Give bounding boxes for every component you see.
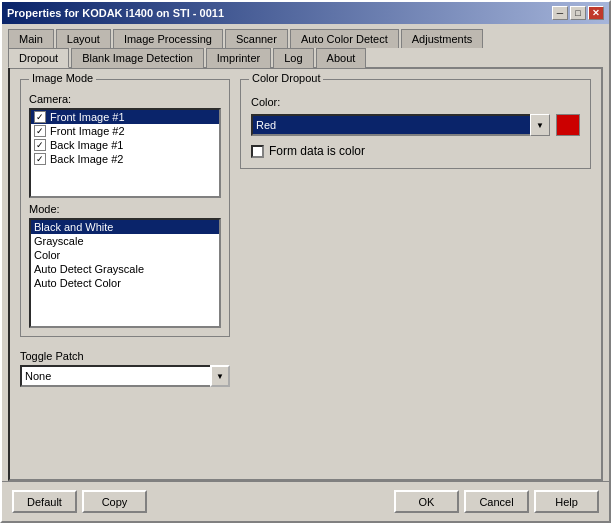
tab-auto-color-detect[interactable]: Auto Color Detect: [290, 29, 399, 48]
image-mode-group: Image Mode Camera: ✓ Front Image #1 ✓ Fr…: [20, 79, 230, 337]
mode-item-0[interactable]: Black and White: [31, 220, 219, 234]
mode-item-label-0: Black and White: [34, 221, 113, 233]
camera-label: Camera:: [29, 93, 221, 105]
mode-item-label-3: Auto Detect Grayscale: [34, 263, 144, 275]
help-button[interactable]: Help: [534, 490, 599, 513]
camera-item-label-0: Front Image #1: [50, 111, 125, 123]
mode-label: Mode:: [29, 203, 221, 215]
tab-log[interactable]: Log: [273, 48, 313, 68]
camera-item-0[interactable]: ✓ Front Image #1: [31, 110, 219, 124]
tab-dropout[interactable]: Dropout: [8, 48, 69, 68]
mode-item-label-1: Grayscale: [34, 235, 84, 247]
bottom-right-buttons: OK Cancel Help: [394, 490, 599, 513]
mode-item-1[interactable]: Grayscale: [31, 234, 219, 248]
color-dropout-label: Color Dropout: [249, 72, 323, 84]
camera-check-2: ✓: [34, 139, 46, 151]
camera-listbox[interactable]: ✓ Front Image #1 ✓ Front Image #2 ✓ Back…: [29, 108, 221, 198]
color-dropdown-wrapper: Red ▼: [251, 114, 550, 136]
mode-listbox[interactable]: Black and White Grayscale Color Auto Det…: [29, 218, 221, 328]
color-select-value[interactable]: Red: [251, 114, 550, 136]
tab-adjustments[interactable]: Adjustments: [401, 29, 484, 48]
title-bar: Properties for KODAK i1400 on STI - 0011…: [2, 2, 609, 24]
mode-item-label-2: Color: [34, 249, 60, 261]
form-data-row: Form data is color: [251, 144, 580, 158]
cancel-button[interactable]: Cancel: [464, 490, 529, 513]
main-window: Properties for KODAK i1400 on STI - 0011…: [0, 0, 611, 523]
camera-item-2[interactable]: ✓ Back Image #1: [31, 138, 219, 152]
color-dropout-group: Color Dropout Color: Red ▼ Form data is …: [240, 79, 591, 169]
tab-main[interactable]: Main: [8, 29, 54, 48]
tab-image-processing[interactable]: Image Processing: [113, 29, 223, 48]
camera-item-label-3: Back Image #2: [50, 153, 123, 165]
maximize-button[interactable]: □: [570, 6, 586, 20]
tab-blank-image-detection[interactable]: Blank Image Detection: [71, 48, 204, 68]
tab-row-2: Dropout Blank Image Detection Imprinter …: [2, 47, 609, 67]
camera-check-3: ✓: [34, 153, 46, 165]
content-area: Image Mode Camera: ✓ Front Image #1 ✓ Fr…: [20, 79, 591, 469]
camera-item-3[interactable]: ✓ Back Image #2: [31, 152, 219, 166]
ok-button[interactable]: OK: [394, 490, 459, 513]
tab-about[interactable]: About: [316, 48, 367, 68]
tab-layout[interactable]: Layout: [56, 29, 111, 48]
toggle-patch-label: Toggle Patch: [20, 350, 230, 362]
form-data-label: Form data is color: [269, 144, 365, 158]
tab-imprinter[interactable]: Imprinter: [206, 48, 271, 68]
copy-button[interactable]: Copy: [82, 490, 147, 513]
bottom-left-buttons: Default Copy: [12, 490, 147, 513]
image-mode-label: Image Mode: [29, 72, 96, 84]
camera-check-1: ✓: [34, 125, 46, 137]
camera-item-label-2: Back Image #1: [50, 139, 123, 151]
bottom-bar: Default Copy OK Cancel Help: [2, 481, 609, 521]
color-swatch: [556, 114, 580, 136]
title-bar-controls: ─ □ ✕: [552, 6, 604, 20]
toggle-patch-area: Toggle Patch None ▼: [20, 345, 230, 387]
camera-check-0: ✓: [34, 111, 46, 123]
default-button[interactable]: Default: [12, 490, 77, 513]
tab-row-1: Main Layout Image Processing Scanner Aut…: [2, 24, 609, 47]
mode-item-4[interactable]: Auto Detect Color: [31, 276, 219, 290]
toggle-patch-value[interactable]: None: [20, 365, 230, 387]
tab-scanner[interactable]: Scanner: [225, 29, 288, 48]
toggle-patch-dropdown-wrapper: None ▼: [20, 365, 230, 387]
right-panel: Color Dropout Color: Red ▼ Form data is …: [240, 79, 591, 469]
left-panel: Image Mode Camera: ✓ Front Image #1 ✓ Fr…: [20, 79, 230, 469]
camera-item-label-1: Front Image #2: [50, 125, 125, 137]
mode-item-2[interactable]: Color: [31, 248, 219, 262]
tab-content: Image Mode Camera: ✓ Front Image #1 ✓ Fr…: [8, 67, 603, 481]
color-row: Red ▼: [251, 114, 580, 136]
toggle-patch-arrow[interactable]: ▼: [210, 365, 230, 387]
color-field-label: Color:: [251, 96, 580, 108]
camera-item-1[interactable]: ✓ Front Image #2: [31, 124, 219, 138]
form-data-checkbox[interactable]: [251, 145, 264, 158]
close-button[interactable]: ✕: [588, 6, 604, 20]
mode-item-3[interactable]: Auto Detect Grayscale: [31, 262, 219, 276]
color-dropdown-arrow[interactable]: ▼: [530, 114, 550, 136]
window-title: Properties for KODAK i1400 on STI - 0011: [7, 7, 224, 19]
minimize-button[interactable]: ─: [552, 6, 568, 20]
mode-item-label-4: Auto Detect Color: [34, 277, 121, 289]
